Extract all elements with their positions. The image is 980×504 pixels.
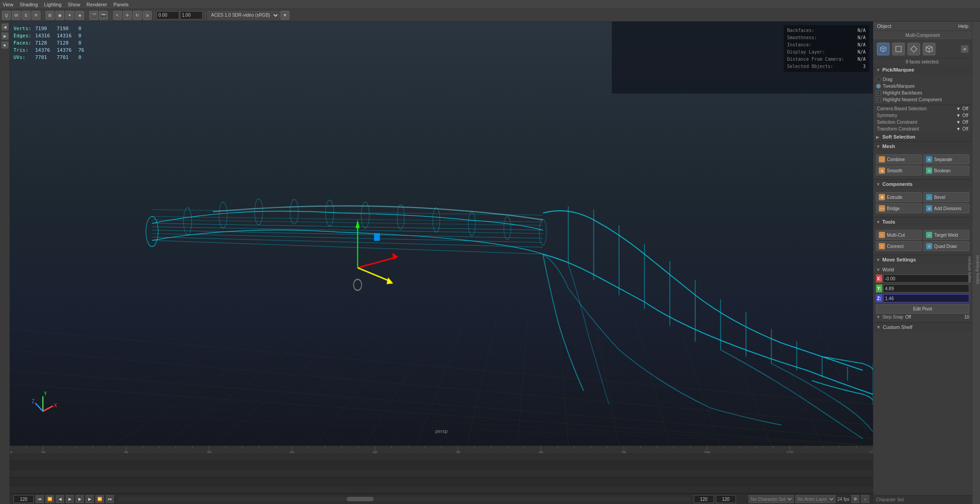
scale-icon[interactable]: ⇲: [143, 11, 152, 20]
pick-marquee-section: ▼ Pick/Marquee Drag Tweak/Marquee ✓ High…: [873, 65, 972, 105]
left-panel-icon-1[interactable]: ◀: [1, 23, 9, 31]
object-header-label: Object: [877, 23, 891, 29]
svg-line-11: [365, 315, 441, 446]
mesh-header[interactable]: ▼ Mesh: [873, 142, 972, 151]
character-set-dropdown[interactable]: No Character Set: [749, 495, 794, 503]
timeline-ruler[interactable]: 162030405060708090100110120: [10, 446, 873, 453]
svg-point-33: [539, 219, 546, 245]
go-start-btn[interactable]: ⏮: [36, 495, 44, 503]
viewport[interactable]: Verts: 7190 7190 0 Edges: 14316 14316 0 …: [10, 22, 873, 446]
edit-pivot-btn[interactable]: Edit Pivot: [876, 304, 969, 314]
extrude-icon: ⬢: [879, 194, 885, 200]
z-input[interactable]: [883, 294, 969, 302]
camera-based-selection-val[interactable]: ▼ Off: [956, 106, 968, 111]
exposure-input[interactable]: [157, 11, 179, 19]
toolbar-icon-2[interactable]: W: [12, 11, 21, 20]
color-space-arrow[interactable]: ▼: [280, 11, 289, 20]
components-header[interactable]: ▼ Components: [873, 180, 972, 189]
bridge-icon: ⟺: [879, 205, 885, 212]
play-btn[interactable]: ▶: [76, 495, 84, 503]
move-icon[interactable]: ✛: [123, 11, 132, 20]
highlight-nearest-checkbox[interactable]: ✓: [876, 97, 881, 102]
x-input[interactable]: [883, 274, 969, 283]
menu-lighting[interactable]: Lighting: [44, 2, 62, 7]
y-row: Y:: [876, 284, 969, 293]
add-divisions-btn[interactable]: ⊞ Add Divisions: [923, 203, 969, 213]
smooth-btn[interactable]: ◉ Smooth: [876, 166, 922, 176]
svg-rect-53: [375, 234, 379, 240]
menu-renderer[interactable]: Renderer: [86, 2, 107, 7]
timeline-scrollbar[interactable]: [117, 497, 690, 501]
menu-shading[interactable]: Shading: [20, 2, 38, 7]
camera-icon[interactable]: 📷: [99, 11, 108, 20]
timeline-settings-btn[interactable]: ⚙: [851, 495, 859, 503]
left-panel-icon-3[interactable]: ■: [1, 41, 9, 49]
menu-panels[interactable]: Panels: [113, 2, 129, 7]
frame-end2-input[interactable]: [716, 495, 736, 503]
toolbar-icon-1[interactable]: Q: [2, 11, 11, 20]
selection-constraint-val[interactable]: ▼ Off: [956, 120, 968, 125]
frame-input[interactable]: [14, 495, 34, 503]
play-back-btn[interactable]: ▶: [66, 495, 74, 503]
box3d-icon-btn[interactable]: [923, 43, 935, 55]
prev-frame-btn[interactable]: ◀: [56, 495, 64, 503]
transform-constraint-val[interactable]: ▼ Off: [956, 126, 968, 131]
multi-cut-btn[interactable]: ✂ Multi-Cut: [876, 230, 922, 240]
separate-btn[interactable]: ◈ Separate: [923, 154, 969, 164]
timeline-content[interactable]: [10, 453, 873, 494]
timeline-scroll-thumb[interactable]: [347, 497, 374, 501]
edges-val2: 14316: [57, 32, 75, 40]
snap-grid-icon[interactable]: ⊞: [45, 11, 54, 20]
next-frame-btn[interactable]: ▶: [86, 495, 94, 503]
extrude-btn[interactable]: ⬢ Extrude: [876, 192, 922, 202]
color-space-dropdown[interactable]: ACES 1.0 SDR-video (sRGB): [208, 11, 280, 19]
connect-btn[interactable]: ⊏ Connect: [876, 241, 922, 251]
prev-key-btn[interactable]: ⏪: [45, 495, 54, 503]
symmetry-val[interactable]: ▼ Off: [956, 113, 968, 118]
quad-draw-btn[interactable]: ⊟ Quad Draw: [923, 241, 969, 251]
step-snap-row: ▼ Step Snap Off 10: [876, 314, 969, 320]
toolbar-icon-3[interactable]: E: [22, 11, 31, 20]
custom-shelf-label: Custom Shelf: [883, 324, 912, 330]
selected-val: 3: [863, 63, 866, 70]
go-end-btn[interactable]: ⏭: [106, 495, 114, 503]
pick-marquee-header[interactable]: ▼ Pick/Marquee: [873, 65, 972, 74]
select-icon[interactable]: ↖: [113, 11, 122, 20]
move-settings-header[interactable]: ▼ Move Settings: [873, 255, 972, 264]
next-key-btn[interactable]: ⏩: [95, 495, 104, 503]
cube-icon-btn[interactable]: [877, 43, 890, 55]
left-panel-icon-2[interactable]: ▶: [1, 32, 9, 40]
soft-selection-header[interactable]: ▶ Soft Selection: [873, 132, 972, 141]
square-icon-btn[interactable]: [892, 43, 905, 55]
snap-point-icon[interactable]: ✦: [65, 11, 74, 20]
snap-curve-icon[interactable]: ◉: [55, 11, 64, 20]
bridge-btn[interactable]: ⟺ Bridge: [876, 203, 922, 213]
transform-gizmo[interactable]: [353, 220, 398, 290]
diamond-icon-btn[interactable]: [908, 43, 920, 55]
custom-shelf-row[interactable]: ▼ Custom Shelf: [873, 323, 972, 332]
tweak-radio[interactable]: [876, 84, 881, 89]
drag-radio[interactable]: [876, 77, 881, 82]
boolean-btn[interactable]: ⊕ Boolean: [923, 166, 969, 176]
gamma-input[interactable]: [180, 11, 203, 19]
frame-end-input[interactable]: [694, 495, 714, 503]
close-right-panel-btn[interactable]: ✕: [961, 45, 968, 53]
svg-line-17: [634, 315, 670, 446]
timeline-audio-btn[interactable]: ♪: [861, 495, 869, 503]
tools-header[interactable]: ▼ Tools: [873, 217, 972, 226]
rotate-icon[interactable]: ↻: [133, 11, 142, 20]
toolbar-icon-4[interactable]: R: [32, 11, 41, 20]
y-input[interactable]: [883, 284, 969, 292]
render-icon[interactable]: 🎬: [89, 11, 98, 20]
menu-view[interactable]: View: [3, 2, 14, 7]
anim-layer-dropdown[interactable]: No Anim Layer: [795, 495, 835, 503]
bevel-icon: ◇: [926, 194, 932, 200]
camera-based-selection-label: Camera Based Selection: [877, 106, 927, 111]
menu-show[interactable]: Show: [68, 2, 81, 7]
help-header-label[interactable]: Help: [958, 23, 968, 29]
highlight-backfaces-checkbox[interactable]: ✓: [876, 90, 881, 95]
combine-btn[interactable]: ⬡ Combine: [876, 154, 922, 164]
snap-view-icon[interactable]: ◈: [75, 11, 84, 20]
bevel-btn[interactable]: ◇ Bevel: [923, 192, 969, 202]
target-weld-btn[interactable]: ⊙ Target Weld: [923, 230, 969, 240]
